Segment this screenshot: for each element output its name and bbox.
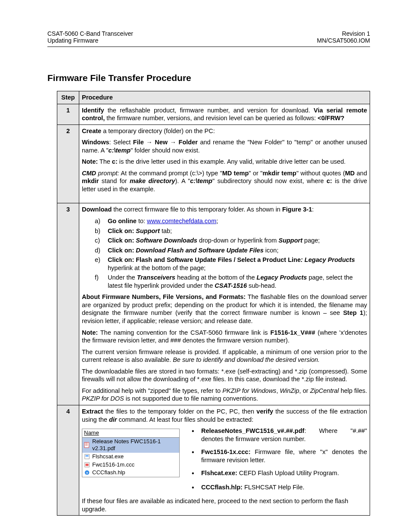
help-icon: ? — [84, 470, 90, 476]
bullet-flshcat: •Flshcat.exe: CEFD Flash Upload Utility … — [192, 469, 367, 478]
bullet-fwc: •Fwc1516-1x.ccc: Firmware file, where "x… — [192, 448, 367, 464]
step-number: 1 — [57, 104, 79, 124]
step-number: 3 — [57, 203, 79, 405]
ccc-icon — [84, 462, 90, 468]
file-name: Fwc1516-1m.ccc — [92, 461, 134, 469]
procedure-table: Step Procedure 1 Identify the reflashabl… — [57, 91, 370, 516]
step-3-e: e)Click on: Flash and Software Update Fi… — [95, 256, 367, 272]
step-3-f: f)Under the Transceivers heading at the … — [95, 274, 367, 289]
step-3-b: b)Click on: Support tab; — [95, 227, 367, 235]
step-3-d: d)Click on: Download Flash and Software … — [95, 246, 367, 255]
step-1-text: Identify the reflashable product, firmwa… — [82, 106, 367, 122]
bullet-release-notes: •ReleaseNotes_FWC1516_v#.##.pdf: Where "… — [192, 427, 367, 443]
svg-text:?: ? — [86, 471, 88, 475]
step-2-p1: Create a temporary directory (folder) on… — [82, 127, 367, 135]
header-left-2: Updating Firmware — [47, 37, 133, 44]
page-header: CSAT-5060 C-Band Transceiver Updating Fi… — [47, 30, 370, 44]
step-2-p2: Windows: Select File → New → Folder and … — [82, 138, 367, 154]
step-2-p3: Note: The c: is the drive letter used in… — [82, 158, 367, 166]
pdf-icon — [84, 442, 90, 448]
bullet-cccflash: •CCCflash.hlp: FLSHCSAT Help File. — [192, 483, 367, 492]
file-name: CCCflash.hlp — [92, 469, 125, 476]
file-name: Release Notes FWC1516-1 v2.31.pdf — [92, 438, 177, 452]
header-rule — [47, 47, 370, 47]
col-procedure: Procedure — [79, 91, 370, 104]
file-row-ccc: Fwc1516-1m.ccc — [82, 461, 179, 469]
step-3-a: a)Go online to: www.comtechefdata.com; — [95, 217, 367, 225]
step-4-intro: Extract the files to the temporary folde… — [82, 408, 367, 423]
file-row-hlp: ? CCCflash.hlp — [82, 469, 179, 477]
step-2-p4: CMD prompt: At the command prompt (c:\>)… — [82, 169, 367, 193]
file-name: Flshcsat.exe — [92, 453, 124, 460]
step-3-intro: Download the correct firmware file to th… — [82, 205, 367, 214]
step-3-current: The current version firmware release is … — [82, 348, 367, 364]
link-comtech[interactable]: www.comtechefdata.com — [147, 218, 216, 224]
file-list-header: Name — [82, 429, 179, 438]
table-row: 1 Identify the reflashable product, firm… — [57, 104, 370, 124]
table-row: 2 Create a temporary directory (folder) … — [57, 124, 370, 203]
step-number: 4 — [57, 405, 79, 515]
file-row-pdf: Release Notes FWC1516-1 v2.31.pdf — [82, 438, 179, 453]
step-3-about: About Firmware Numbers, File Versions, a… — [82, 293, 367, 325]
step-3-c: c)Click on: Software Downloads drop-down… — [95, 236, 367, 245]
step-3-formats: The downloadable files are stored in two… — [82, 367, 367, 383]
svg-rect-4 — [86, 464, 89, 466]
step-3-note: Note: The naming convention for the CSAT… — [82, 329, 367, 345]
table-row: 4 Extract the files to the temporary fol… — [57, 405, 370, 515]
file-list-box: Name Release Notes FWC1516-1 v2.31.pdf F… — [82, 429, 180, 477]
table-row: 3 Download the correct firmware file to … — [57, 203, 370, 405]
step-number: 2 — [57, 124, 79, 203]
page-title: Firmware File Transfer Procedure — [47, 73, 370, 83]
svg-rect-2 — [86, 455, 89, 457]
file-row-exe: Flshcsat.exe — [82, 453, 179, 461]
step-4-final: If these four files are available as ind… — [82, 497, 367, 513]
header-left-1: CSAT-5060 C-Band Transceiver — [47, 30, 133, 37]
header-right-2: MN/CSAT5060.IOM — [317, 37, 370, 44]
step-3-help: For additional help with "zipped" file t… — [82, 387, 367, 403]
col-step: Step — [57, 91, 79, 104]
exe-icon — [84, 454, 90, 460]
header-right-1: Revision 1 — [317, 30, 370, 37]
